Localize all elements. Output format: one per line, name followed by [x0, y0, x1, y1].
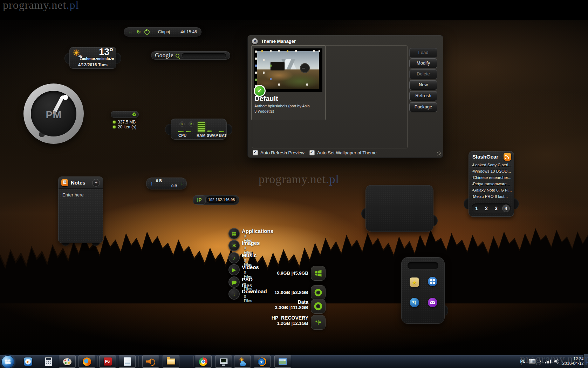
taskbar-xwidget[interactable] — [254, 355, 271, 368]
notes-input[interactable]: Enter here — [62, 192, 84, 198]
taskbar-chrome[interactable] — [195, 355, 212, 368]
download-arrow-icon[interactable]: ↓ — [228, 288, 240, 300]
power-icon[interactable] — [144, 29, 150, 35]
modify-button[interactable]: Modify — [409, 58, 437, 68]
taskbar-explorer[interactable] — [163, 355, 179, 368]
system-meter-widget[interactable]: 1 2 CPU RAM SWAP BAT — [171, 119, 227, 140]
gamepad-icon[interactable] — [428, 298, 437, 307]
uptime-value: 4d 15:46 — [180, 29, 197, 34]
theme-widget-count: 3 Widget(s) — [254, 109, 274, 113]
globe-icon[interactable] — [410, 298, 419, 307]
theme-manager-window: ✕ Theme Manager ✓ Default Author: hpl — [247, 35, 443, 158]
ram-label: RAM — [197, 133, 205, 138]
taskbar-notepad[interactable] — [119, 355, 136, 368]
resize-grip[interactable] — [437, 152, 441, 155]
green-led-icon — [113, 121, 116, 123]
rss-item[interactable]: -Galaxy Note 6, G Fl... — [472, 188, 512, 192]
dock-handle[interactable] — [408, 262, 438, 269]
auto-wallpaper-label: Auto Set Wallpaper of Theme — [317, 150, 377, 155]
auto-refresh-checkbox[interactable] — [253, 150, 258, 155]
apps-grid-icon[interactable] — [428, 277, 437, 286]
recycle-size-row: 337.5 MB — [113, 120, 136, 125]
taskbar-filezilla[interactable]: Fz — [99, 355, 116, 368]
cpu-bar — [178, 131, 184, 132]
page-2-button[interactable]: 2 — [483, 205, 490, 212]
google-search-widget[interactable]: Google — [151, 51, 230, 60]
page-4-button[interactable]: 4 — [502, 205, 510, 212]
search-input[interactable] — [182, 53, 226, 58]
start-button[interactable] — [1, 355, 14, 368]
weather-widget[interactable]: ☀ ☁ 13° Zachmurzenie duże 4/12/2016 Tues — [69, 47, 116, 69]
recycle-icon[interactable]: ♻ — [132, 112, 136, 117]
rss-item[interactable]: -Windows 10 BSOD... — [472, 169, 511, 173]
back-arrow-icon[interactable]: ← — [128, 29, 133, 34]
taskbar-media-player[interactable]: ▶ — [20, 355, 36, 368]
taskbar-image-viewer[interactable] — [274, 355, 291, 368]
windows-drive-icon[interactable] — [311, 266, 326, 281]
chat-bubble-icon[interactable] — [228, 276, 240, 288]
taskbar: ▶ Fz ☀ — [0, 354, 588, 368]
favorites-star-icon[interactable]: ★ — [410, 277, 419, 287]
language-indicator[interactable]: PL — [520, 359, 526, 364]
dock-widget[interactable]: ★ — [401, 257, 445, 324]
rss-icon[interactable] — [504, 153, 511, 161]
taskbar-paint[interactable] — [59, 355, 76, 368]
page-3-button[interactable]: 3 — [492, 205, 500, 212]
folder-name: Applications — [242, 228, 273, 234]
rss-item[interactable]: -Leaked Sony C seri... — [472, 163, 512, 167]
shelf-widget[interactable] — [365, 185, 433, 232]
refresh-icon[interactable]: ↻ — [137, 29, 141, 34]
data-drive-icon[interactable] — [311, 299, 326, 314]
taskbar-volume-app[interactable] — [142, 355, 159, 368]
rss-item[interactable]: -Meizu PRO 6 last... — [472, 194, 508, 199]
drive-d-usage: 12.0GB |53.8GB — [245, 290, 308, 295]
show-desktop-button[interactable] — [583, 354, 588, 368]
close-icon[interactable]: ✕ — [252, 38, 258, 44]
rss-item[interactable]: -Petya ransomware... — [472, 182, 510, 186]
play-icon[interactable]: ▶ — [228, 264, 240, 275]
download-arrow-icon: ↓ — [181, 180, 184, 186]
upload-value: 0 B — [156, 179, 162, 183]
music-note-icon[interactable]: ♪ — [228, 252, 240, 263]
flower-icon[interactable]: ✱ — [228, 240, 240, 251]
new-button[interactable]: New — [409, 80, 437, 90]
launcher-toolbar-widget[interactable]: ← ↻ Ciapaj 4d 15:46 — [124, 27, 201, 36]
keyboard-icon[interactable] — [528, 359, 536, 364]
taskbar-weather-app[interactable]: ☀ — [234, 355, 251, 368]
auto-refresh-checkbox-row: Auto Refresh Preview — [253, 150, 305, 155]
usb-drive-icon[interactable] — [311, 315, 326, 330]
grid-icon[interactable]: ▦ — [228, 228, 240, 239]
rss-item[interactable]: -Chinese researcher... — [472, 175, 511, 180]
auto-wallpaper-checkbox[interactable] — [309, 150, 315, 155]
notes-title: Notes — [71, 180, 86, 186]
clock-widget[interactable]: PM — [23, 83, 84, 144]
search-icon[interactable] — [176, 54, 179, 58]
refresh-button[interactable]: Refresh — [409, 91, 437, 101]
theme-card[interactable]: ✓ Default Author: hpluslabels (port by A… — [251, 45, 326, 120]
theme-name: Default — [254, 95, 278, 103]
network-traffic-widget[interactable]: ↑ 0 B 0 B ↓ — [146, 178, 187, 189]
hidden-icons-chevron[interactable]: ▲ — [539, 360, 542, 363]
recycle-bin-widget[interactable]: ♻ — [111, 111, 139, 118]
notes-widget[interactable]: Notes + Enter here — [58, 176, 103, 243]
ip-address: 192.162.146.95 — [206, 196, 237, 203]
load-button[interactable]: Load — [409, 48, 437, 58]
volume-icon[interactable] — [554, 359, 559, 363]
tray-clock[interactable]: 12:34 2016-04-12 — [562, 357, 584, 366]
taskbar-calculator[interactable] — [40, 355, 57, 368]
package-button[interactable]: Package — [409, 102, 437, 112]
auto-wallpaper-checkbox-row: Auto Set Wallpaper of Theme — [309, 150, 377, 155]
taskbar-system-monitor[interactable] — [215, 355, 232, 368]
notes-header: Notes + — [59, 177, 103, 189]
add-note-button[interactable]: + — [92, 179, 100, 187]
taskbar-firefox[interactable] — [78, 355, 95, 368]
page-1-button[interactable]: 1 — [473, 205, 480, 212]
folder-name: Images — [242, 240, 260, 246]
delete-button[interactable]: Delete — [409, 69, 437, 79]
ip-widget[interactable]: IP 192.162.146.95 — [193, 195, 239, 205]
rss-widget[interactable]: SlashGear -Leaked Sony C seri... -Window… — [469, 151, 514, 217]
disc-drive-icon[interactable] — [311, 285, 326, 300]
ip-label: IP — [193, 195, 206, 205]
top-black-strip — [0, 0, 588, 20]
network-signal-icon[interactable] — [545, 359, 551, 363]
